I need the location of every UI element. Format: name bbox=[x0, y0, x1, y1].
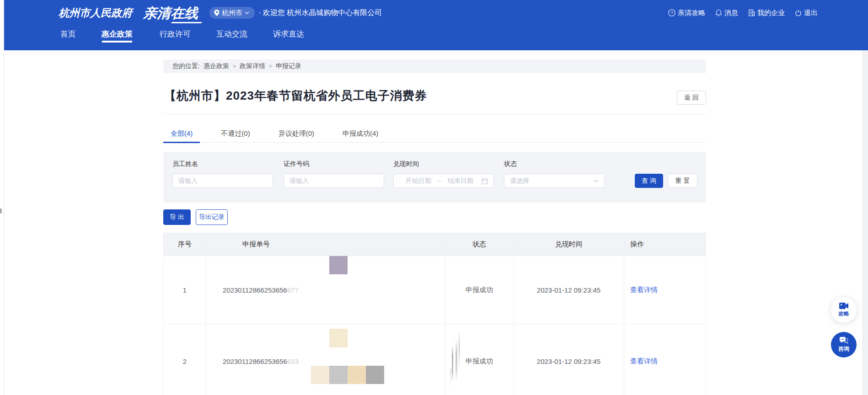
streak-artifact bbox=[455, 339, 457, 381]
table-row: 1 20230112866253656677 申报成功 2023-01-12 0… bbox=[164, 256, 706, 325]
title-divider bbox=[163, 114, 706, 114]
tab-all[interactable]: 全部(4) bbox=[163, 128, 200, 143]
breadcrumb-separator: > bbox=[269, 63, 272, 69]
back-button[interactable]: 返 回 bbox=[677, 91, 706, 105]
report-no-faded: 633 bbox=[287, 358, 299, 365]
redaction-block-gray bbox=[366, 366, 384, 384]
messages-link-label: 消息 bbox=[724, 9, 738, 17]
streak-artifact bbox=[450, 368, 451, 388]
tab-rejected[interactable]: 不通过(0) bbox=[214, 128, 257, 143]
page-title: 【杭州市】2023年春节留杭省外员工电子消费券 bbox=[164, 88, 427, 104]
location-selector[interactable]: 杭州市 bbox=[209, 7, 255, 19]
header-links: ? 亲清攻略 消息 我的企业 退出 bbox=[668, 7, 818, 19]
start-date-placeholder[interactable]: 开始日期 bbox=[406, 177, 431, 185]
messages-link[interactable]: 消息 bbox=[715, 9, 738, 17]
nav-home[interactable]: 首页 bbox=[60, 27, 76, 41]
tab-objection[interactable]: 异议处理(0) bbox=[271, 128, 321, 143]
nav-appeals[interactable]: 诉求直达 bbox=[273, 27, 304, 41]
filter-employee-name: 员工姓名 请输入 bbox=[172, 160, 273, 188]
filter-panel: 员工姓名 请输入 证件号码 请输入 兑现时间 开始日期 ~ 结束日期 状态 请选… bbox=[163, 152, 706, 203]
employee-name-label: 员工姓名 bbox=[172, 160, 273, 168]
breadcrumb: 您的位置: 惠企政策 > 政策详情 > 申报记录 bbox=[163, 59, 706, 73]
streak-artifact bbox=[459, 333, 460, 368]
redeem-time-range-input[interactable]: 开始日期 ~ 结束日期 bbox=[393, 174, 494, 188]
nav-interaction[interactable]: 互动交流 bbox=[216, 27, 247, 41]
table-column-divider bbox=[624, 233, 624, 395]
guide-float-label: 攻略 bbox=[838, 310, 849, 318]
consult-float-label: 咨询 bbox=[838, 345, 849, 353]
redaction-block-gray bbox=[329, 366, 348, 384]
tab-success[interactable]: 申报成功(4) bbox=[335, 128, 386, 143]
report-no-faded: 677 bbox=[287, 286, 299, 294]
employee-name-input[interactable]: 请输入 bbox=[172, 174, 273, 188]
status-select[interactable]: 请选择 bbox=[504, 174, 605, 188]
table-column-divider bbox=[514, 233, 514, 395]
status-label: 状态 bbox=[504, 160, 605, 168]
id-number-input[interactable]: 请输入 bbox=[284, 174, 384, 188]
guide-float-button[interactable]: 攻略 bbox=[831, 297, 857, 323]
row-index: 2 bbox=[164, 325, 206, 395]
nav-active-underline bbox=[102, 41, 132, 43]
brand-logo: 亲清在线 bbox=[143, 4, 198, 23]
view-details-link[interactable]: 查看详情 bbox=[630, 357, 658, 366]
breadcrumb-separator: > bbox=[233, 63, 236, 69]
filter-id-number: 证件号码 请输入 bbox=[284, 160, 384, 188]
video-camera-icon bbox=[839, 303, 848, 309]
table-header: 序号 申报单号 状态 兑现时间 操作 bbox=[164, 233, 706, 256]
view-details-link[interactable]: 查看详情 bbox=[630, 286, 658, 294]
svg-text:?: ? bbox=[670, 10, 673, 15]
row-status: 申报成功 bbox=[445, 256, 514, 324]
row-redeem-time: 2023-01-12 09:23:45 bbox=[514, 256, 624, 324]
redeem-time-label: 兑现时间 bbox=[393, 160, 494, 168]
building-icon bbox=[748, 9, 755, 16]
my-company-link-label: 我的企业 bbox=[757, 9, 785, 17]
row-report-no: 20230112866253656633 bbox=[206, 325, 445, 395]
breadcrumb-item: 申报记录 bbox=[276, 62, 301, 70]
nav-licensing[interactable]: 行政许可 bbox=[160, 27, 191, 41]
power-icon bbox=[795, 10, 802, 16]
breadcrumb-item[interactable]: 政策详情 bbox=[240, 62, 265, 70]
logout-link-label: 退出 bbox=[804, 9, 818, 17]
guide-link[interactable]: ? 亲清攻略 bbox=[668, 9, 705, 17]
export-records-button[interactable]: 导出记录 bbox=[196, 209, 228, 225]
scrollbar[interactable] bbox=[863, 50, 868, 395]
my-company-link[interactable]: 我的企业 bbox=[748, 9, 785, 17]
id-number-label: 证件号码 bbox=[284, 160, 384, 168]
breadcrumb-prefix: 您的位置: bbox=[172, 62, 200, 70]
logout-link[interactable]: 退出 bbox=[795, 9, 818, 17]
filter-status: 状态 请选择 bbox=[504, 160, 605, 188]
location-label: 杭州市 bbox=[222, 9, 242, 17]
end-date-placeholder[interactable]: 结束日期 bbox=[448, 177, 473, 185]
redaction-block-tan bbox=[348, 366, 366, 384]
redaction-block-beige bbox=[311, 366, 329, 384]
row-report-no: 20230112866253656677 bbox=[206, 256, 445, 324]
chat-icon bbox=[840, 337, 848, 344]
streak-artifact bbox=[452, 345, 453, 382]
question-circle-icon: ? bbox=[668, 9, 675, 16]
redaction-block-beige bbox=[329, 329, 348, 347]
consult-float-button[interactable]: 咨询 bbox=[831, 332, 857, 358]
status-placeholder: 请选择 bbox=[510, 177, 529, 185]
gov-logo: 杭州市人民政府 bbox=[59, 6, 132, 20]
col-header-index: 序号 bbox=[164, 233, 206, 256]
calendar-icon bbox=[482, 178, 488, 184]
col-header-report-no: 申报单号 bbox=[206, 233, 445, 256]
table-row: 2 20230112866253656633 申报成功 2023-01-12 0… bbox=[164, 325, 706, 395]
col-header-status: 状态 bbox=[445, 233, 514, 256]
guide-link-label: 亲清攻略 bbox=[678, 9, 705, 17]
row-index: 1 bbox=[164, 256, 206, 324]
col-header-action: 操作 bbox=[624, 233, 707, 256]
records-table: 序号 申报单号 状态 兑现时间 操作 1 2023011286625365667… bbox=[163, 233, 706, 395]
table-column-divider bbox=[445, 233, 445, 395]
nav-policies[interactable]: 惠企政策 bbox=[102, 27, 133, 41]
reset-button[interactable]: 重 置 bbox=[668, 174, 697, 188]
search-button[interactable]: 查 询 bbox=[635, 174, 663, 188]
welcome-text: · 欢迎您 杭州水晶城购物中心有限公司 bbox=[258, 7, 382, 19]
table-column-divider bbox=[206, 233, 206, 395]
breadcrumb-item[interactable]: 惠企政策 bbox=[204, 62, 229, 70]
col-header-redeem-time: 兑现时间 bbox=[514, 233, 624, 256]
filter-redeem-time: 兑现时间 开始日期 ~ 结束日期 bbox=[393, 160, 494, 188]
export-button[interactable]: 导 出 bbox=[163, 209, 191, 225]
left-edge-line bbox=[4, 0, 4, 395]
top-header: 杭州市人民政府 亲清在线 杭州市 · 欢迎您 杭州水晶城购物中心有限公司 ? 亲… bbox=[4, 0, 868, 50]
